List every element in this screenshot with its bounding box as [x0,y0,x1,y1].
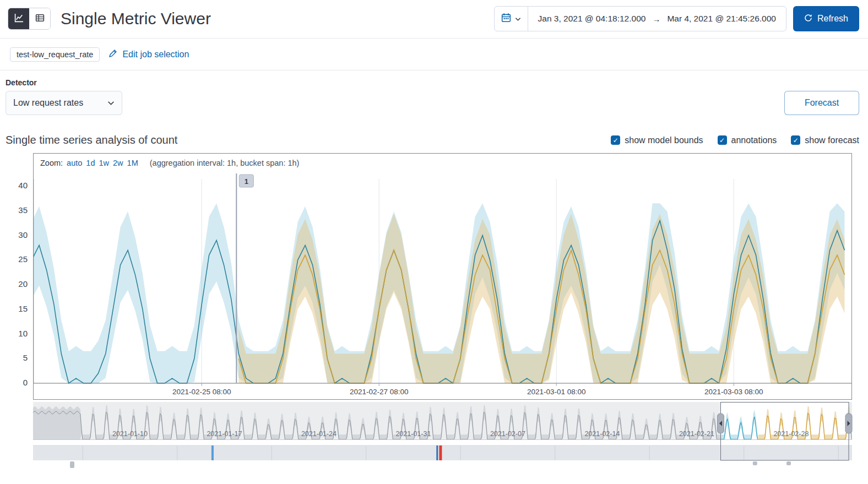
chevron-down-icon [515,14,521,24]
context-tick-label: 2021-02-21 [679,430,714,438]
date-picker-quick-menu[interactable] [495,7,528,31]
x-axis-tick-label: 2021-03-01 08:00 [527,388,586,396]
zoom-option-auto[interactable]: auto [67,159,82,167]
chart-line-icon [14,13,24,24]
job-badge[interactable]: test-low_request_rate [10,47,100,62]
refresh-button[interactable]: Refresh [793,6,859,31]
job-selection-bar: test-low_request_rate Edit job selection [0,39,868,70]
detector-select[interactable]: Low request rates [6,91,122,115]
series-title: Single time series analysis of count [6,134,177,146]
x-axis-tick-label: 2021-03-03 08:00 [704,388,763,396]
page-title: Single Metric Viewer [61,9,211,28]
detector-select-value: Low request rates [13,98,83,108]
refresh-button-label: Refresh [817,14,848,24]
date-range-arrow-icon: → [652,14,660,24]
context-tick-label: 2021-02-14 [584,430,620,438]
y-axis-tick-label: 15 [2,304,28,313]
y-axis: 0510152025303540 [2,153,28,400]
context-tick-label: 2021-01-31 [395,430,431,438]
zoom-option-1d[interactable]: 1d [86,159,95,167]
edit-job-selection-link[interactable]: Edit job selection [109,49,189,60]
checked-checkbox-icon: ✓ [791,135,800,145]
time-series-chart: Zoom:auto1d1w2w1M (aggregation interval:… [33,153,852,400]
calendar-icon [501,13,511,25]
checkbox-label: show forecast [805,135,859,145]
checkbox-show-forecast[interactable]: ✓ show forecast [791,135,859,145]
zoom-controls: Zoom:auto1d1w2w1M (aggregation interval:… [34,154,851,171]
context-tick-label: 2021-01-17 [207,430,242,438]
refresh-icon [804,14,812,24]
checked-checkbox-icon: ✓ [611,135,620,145]
chart-view-button[interactable] [8,8,29,29]
page-header: Single Metric Viewer Jan 3, 2021 @ 04:18… [0,0,868,39]
y-axis-tick-label: 25 [2,254,28,264]
context-tick-label: 2021-02-07 [490,430,525,438]
context-chart-area: 2021-01-102021-01-172021-01-242021-01-31… [33,402,855,472]
time-series-chart-area: 0510152025303540 Zoom:auto1d1w2w1M (aggr… [33,153,852,400]
forecast-bounds-band [238,214,844,383]
main-chart-svg[interactable]: 2021-02-25 08:002021-02-27 08:002021-03-… [34,171,851,399]
detector-row: Detector Low request rates Forecast [6,78,859,115]
y-axis-tick-label: 0 [2,378,28,387]
y-axis-tick-label: 30 [2,230,28,240]
y-axis-tick-label: 10 [2,329,28,338]
context-tick-label: 2021-01-24 [301,430,337,438]
timeline-marker [70,461,74,468]
checkbox-show-model-bounds[interactable]: ✓ show model bounds [611,135,703,145]
zoom-option-1w[interactable]: 1w [99,159,109,167]
annotation-marker[interactable] [436,445,438,460]
timeline-marker [786,461,791,465]
context-tick-label: 2021-02-28 [773,430,809,438]
y-axis-tick-label: 35 [2,205,28,215]
zoom-option-1M[interactable]: 1M [127,159,138,167]
checkbox-label: annotations [731,135,777,145]
date-range-end[interactable]: Mar 4, 2021 @ 21:45:26.000 [667,14,776,24]
forecast-button[interactable]: Forecast [784,91,859,115]
table-icon [35,13,45,24]
zoom-option-2w[interactable]: 2w [113,159,123,167]
annotation-badge-label: 1 [245,177,248,186]
y-axis-tick-label: 40 [2,181,28,190]
context-chart-svg[interactable]: 2021-01-102021-01-172021-01-242021-01-31… [33,402,855,472]
checkbox-label: show model bounds [625,135,703,145]
x-axis-tick-label: 2021-02-27 08:00 [350,388,409,396]
y-axis-tick-label: 20 [2,279,28,289]
date-range: Jan 3, 2021 @ 04:18:12.000 → Mar 4, 2021… [528,7,786,31]
zoom-label: Zoom: [40,159,63,167]
single-metric-viewer-page: Single Metric Viewer Jan 3, 2021 @ 04:18… [0,0,868,484]
series-header-row: Single time series analysis of count ✓ s… [6,134,859,146]
table-view-button[interactable] [29,8,50,29]
timeline-marker [753,461,757,465]
x-axis-tick-label: 2021-02-25 08:00 [172,388,231,396]
edit-job-selection-label: Edit job selection [122,50,189,59]
pencil-icon [109,49,117,60]
date-picker: Jan 3, 2021 @ 04:18:12.000 → Mar 4, 2021… [494,6,786,31]
annotation-marker[interactable] [211,445,214,460]
chevron-down-icon [107,98,115,108]
detector-label: Detector [6,78,122,87]
checkbox-annotations[interactable]: ✓ annotations [718,135,777,145]
checked-checkbox-icon: ✓ [718,135,727,145]
context-tick-label: 2021-01-10 [112,430,148,438]
y-axis-tick-label: 5 [2,353,28,362]
annotation-marker[interactable] [439,445,442,460]
annotations-swimlane[interactable] [33,445,852,460]
aggregation-interval-text: (aggregation interval: 1h, bucket span: … [150,159,300,167]
view-toggle-group [8,8,51,30]
date-range-start[interactable]: Jan 3, 2021 @ 04:18:12.000 [538,14,646,24]
